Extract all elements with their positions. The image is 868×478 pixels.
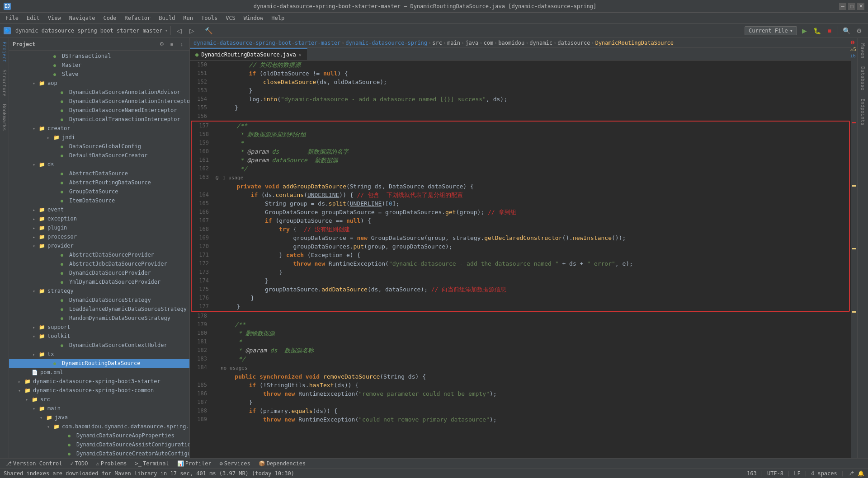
close-button[interactable]: ✕: [857, 3, 864, 10]
dependencies-tab[interactable]: 📦 Dependencies: [255, 459, 310, 468]
tree-item-DynamicDataSourceProvider[interactable]: ●DynamicDataSourceProvider: [9, 268, 189, 277]
tree-item-com2[interactable]: ▾📁com.baomidou.dynamic.datasource.spring…: [9, 422, 189, 431]
tree-item-plugin[interactable]: ▸📁plugin: [9, 223, 189, 232]
tree-item-tx[interactable]: ▸📁tx: [9, 350, 189, 359]
tree-item-DynamicRoutingDataSource[interactable]: ●DynamicRoutingDataSource: [9, 359, 189, 368]
tree-item-DynamicLocalTransactionInterceptor[interactable]: ●DynamicLocalTransactionInterceptor: [9, 115, 189, 124]
tree-arrow-aop[interactable]: ▾: [33, 81, 39, 86]
current-file-button[interactable]: Current File ▾: [745, 26, 797, 35]
tree-item-DynamicDataSourceAssistConfiguration[interactable]: ●DynamicDataSourceAssistConfiguration: [9, 440, 189, 449]
menu-item-run[interactable]: Run: [179, 14, 197, 22]
profiler-tab[interactable]: 📊 Profiler: [174, 459, 215, 468]
problems-tab[interactable]: ⚠ Problems: [93, 459, 131, 468]
tree-arrow-creator[interactable]: ▾: [33, 126, 39, 131]
menu-item-window[interactable]: Window: [240, 14, 267, 22]
stop-button[interactable]: ■: [824, 25, 835, 36]
tree-arrow-src2[interactable]: ▾: [25, 397, 32, 402]
tree-item-pom.xml[interactable]: 📄pom.xml: [9, 368, 189, 377]
breadcrumb-part-3[interactable]: main: [447, 40, 460, 46]
tree-item-Master[interactable]: ●Master: [9, 61, 189, 70]
tree-arrow-support[interactable]: ▸: [33, 325, 39, 330]
services-tab[interactable]: ⚙ Services: [216, 459, 254, 468]
tree-item-DynamicDataSourceCreatorAutoConfiguration[interactable]: ●DynamicDataSourceCreatorAutoConfigurati…: [9, 449, 189, 458]
endpoints-tab[interactable]: Endpoints: [858, 95, 868, 129]
project-tab-vertical[interactable]: Project: [0, 38, 8, 66]
breadcrumb-part-6[interactable]: baomidou: [498, 40, 524, 46]
tree-item-support[interactable]: ▸📁support: [9, 323, 189, 332]
sidebar-settings-button[interactable]: ⚙: [158, 40, 166, 48]
build-button[interactable]: 🔨: [203, 25, 214, 36]
back-button[interactable]: ◁: [174, 25, 184, 36]
sidebar-sort-button[interactable]: ↕: [178, 40, 186, 48]
menu-item-file[interactable]: File: [2, 14, 22, 22]
menu-item-refactor[interactable]: Refactor: [121, 14, 154, 22]
tree-arrow-dynamic-datasource-spring-boot3-starter[interactable]: ▸: [18, 379, 24, 384]
tree-item-DefaultDataSourceCreator[interactable]: ●DefaultDataSourceCreator: [9, 151, 189, 160]
tree-item-provider[interactable]: ▾📁provider: [9, 241, 189, 250]
tree-item-RandomDynamicDataSourceStrategy[interactable]: ●RandomDynamicDataSourceStrategy: [9, 314, 189, 323]
tree-arrow-toolkit[interactable]: ▾: [33, 334, 39, 339]
search-everywhere-button[interactable]: 🔍: [841, 25, 852, 36]
breadcrumb-part-7[interactable]: dynamic: [529, 40, 552, 46]
tree-arrow-com2[interactable]: ▾: [47, 424, 53, 429]
todo-tab[interactable]: ✓ TODO: [66, 459, 91, 468]
maven-tab[interactable]: Maven: [858, 40, 868, 62]
settings-button[interactable]: ⚙: [854, 25, 864, 36]
tree-item-GroupDataSource[interactable]: ●GroupDataSource: [9, 187, 189, 196]
tree-arrow-tx[interactable]: ▸: [33, 352, 39, 357]
tree-item-DataSourceGlobalConfig[interactable]: ●DataSourceGlobalConfig: [9, 142, 189, 151]
menu-item-navigate[interactable]: Navigate: [66, 14, 99, 22]
tree-arrow-jndi[interactable]: ▸: [47, 135, 53, 140]
tree-item-creator[interactable]: ▾📁creator: [9, 124, 189, 133]
menu-item-view[interactable]: View: [44, 14, 65, 22]
tree-arrow-provider[interactable]: ▾: [33, 244, 39, 248]
tree-arrow-strategy[interactable]: ▾: [33, 289, 39, 294]
tree-item-YmlDynamicDataSourceProvider[interactable]: ●YmlDynamicDataSourceProvider: [9, 277, 189, 286]
tab-close-button[interactable]: ✕: [299, 52, 302, 57]
editor-tab-active[interactable]: ● DynamicRoutingDataSource.java ✕: [190, 48, 307, 60]
tree-item-main2[interactable]: ▾📁main: [9, 404, 189, 413]
tree-item-event[interactable]: ▸📁event: [9, 205, 189, 214]
status-linesep[interactable]: LF: [794, 470, 800, 477]
tree-item-processor[interactable]: ▸📁processor: [9, 232, 189, 241]
tree-item-dynamic-datasource-spring-boot3-starter[interactable]: ▸📁dynamic-datasource-spring-boot3-starte…: [9, 377, 189, 386]
breadcrumb-part-8[interactable]: datasource: [557, 40, 590, 46]
tree-arrow-exception[interactable]: ▸: [33, 216, 39, 221]
breadcrumb-part-0[interactable]: dynamic-datasource-spring-boot-starter-m…: [193, 40, 340, 46]
tree-item-DynamicDataSourceStrategy[interactable]: ●DynamicDataSourceStrategy: [9, 295, 189, 305]
tree-item-AbstractDataSourceProvider[interactable]: ●AbstractDataSourceProvider: [9, 250, 189, 259]
menu-item-build[interactable]: Build: [155, 14, 179, 22]
bookmarks-tab-vertical[interactable]: Bookmarks: [0, 100, 8, 135]
code-editor[interactable]: 150 // 关闭老的数据源 151 if (oldDataSource != …: [190, 61, 851, 458]
tree-item-ItemDataSource[interactable]: ●ItemDataSource: [9, 196, 189, 205]
tree-item-DynamicDataSourceAnnotationInterceptor[interactable]: ●DynamicDataSourceAnnotationInterceptor: [9, 97, 189, 106]
minimize-button[interactable]: ─: [839, 3, 846, 10]
status-line-col[interactable]: 163: [747, 470, 757, 477]
tree-arrow-processor[interactable]: ▸: [33, 234, 39, 239]
menu-item-tools[interactable]: Tools: [198, 14, 221, 22]
notification-icon[interactable]: 🔔: [858, 470, 864, 477]
status-indent[interactable]: 4 spaces: [811, 470, 837, 477]
tree-item-strategy[interactable]: ▾📁strategy: [9, 286, 189, 295]
tree-item-DynamicDataSourceAopProperties[interactable]: ●DynamicDataSourceAopProperties: [9, 431, 189, 440]
tree-item-DynamicDataSourceAnnotationAdvisor[interactable]: ●DynamicDataSourceAnnotationAdvisor: [9, 88, 189, 97]
database-tab[interactable]: Database: [858, 63, 868, 94]
menu-item-code[interactable]: Code: [100, 14, 120, 22]
tree-arrow-event[interactable]: ▸: [33, 207, 39, 212]
tree-item-java2[interactable]: ▾📁java: [9, 413, 189, 422]
breadcrumb-part-5[interactable]: com: [483, 40, 493, 46]
tree-item-src2[interactable]: ▾📁src: [9, 395, 189, 404]
tree-arrow-dynamic-datasource-spring-boot-common[interactable]: ▾: [18, 388, 24, 393]
tree-item-ds[interactable]: ▾📁ds: [9, 160, 189, 169]
tree-item-toolkit[interactable]: ▾📁toolkit: [9, 332, 189, 341]
tree-arrow-java2[interactable]: ▾: [40, 415, 46, 420]
breadcrumb-part-2[interactable]: src: [432, 40, 442, 46]
structure-tab-vertical[interactable]: Structure: [0, 66, 8, 100]
menu-item-edit[interactable]: Edit: [23, 14, 43, 22]
maximize-button[interactable]: □: [848, 3, 855, 10]
tree-item-dynamic-datasource-spring-boot-common[interactable]: ▾📁dynamic-datasource-spring-boot-common: [9, 386, 189, 395]
terminal-tab[interactable]: >_ Terminal: [132, 459, 173, 468]
tree-item-DynamicDataSourceContextHolder[interactable]: ●DynamicDataSourceContextHolder: [9, 341, 189, 350]
forward-button[interactable]: ▷: [186, 25, 197, 36]
tree-item-aop[interactable]: ▾📁aop: [9, 79, 189, 88]
